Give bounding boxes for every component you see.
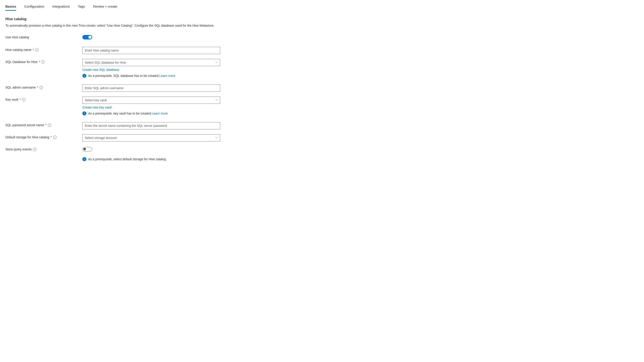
row-sql-database: SQL Database for Hive * i Select SQL dat… (5, 59, 639, 78)
info-icon[interactable]: i (22, 98, 26, 101)
label-sql-admin-username: SQL admin username (5, 86, 36, 89)
tab-tags[interactable]: Tags (78, 5, 85, 11)
link-learn-more-sql[interactable]: Learn more (159, 74, 176, 78)
prereq-storage-text: As a prerequisite, select default storag… (88, 157, 167, 161)
row-default-storage: Default storage for Hive catalog * i Sel… (5, 134, 639, 141)
row-hive-catalog-name: Hive catalog name * i (5, 47, 639, 54)
info-badge-icon: i (82, 111, 86, 115)
tab-integrations[interactable]: Integrations (52, 5, 70, 11)
input-hive-catalog-name[interactable] (82, 47, 220, 54)
link-learn-more-keyvault[interactable]: Learn more (152, 112, 168, 115)
label-key-vault: Key vault (5, 98, 18, 101)
section-title: Hive catalog (5, 17, 639, 21)
label-default-storage: Default storage for Hive catalog (5, 135, 49, 139)
row-key-vault: Key vault * i Select key vault Create ne… (5, 97, 639, 115)
label-sql-database: SQL Database for Hive (5, 60, 37, 64)
label-hive-catalog-name: Hive catalog name (5, 48, 31, 52)
info-icon[interactable]: i (48, 123, 51, 127)
info-icon[interactable]: i (53, 136, 56, 139)
wizard-tabs: Basics Configuration Integrations Tags R… (5, 5, 639, 11)
section-description: To automatically provision a Hive catalo… (5, 23, 220, 28)
required-asterisk: * (45, 123, 46, 127)
tab-configuration[interactable]: Configuration (24, 5, 44, 11)
prereq-sql-database-text: As a prerequisite, SQL database has to b… (88, 74, 159, 78)
prereq-key-vault-text: As a prerequisite, key vault has to be c… (88, 112, 152, 115)
label-store-query-events: Store query events (5, 147, 32, 151)
toggle-store-query-events[interactable] (82, 147, 92, 151)
row-sql-admin-username: SQL admin username * i (5, 85, 639, 92)
info-icon[interactable]: i (35, 48, 38, 52)
required-asterisk: * (33, 48, 34, 52)
select-key-vault[interactable]: Select key vault (82, 97, 220, 104)
info-icon[interactable]: i (42, 60, 45, 64)
info-icon[interactable]: i (40, 86, 43, 89)
toggle-use-hive-catalog[interactable] (82, 35, 92, 40)
info-icon[interactable]: i (33, 148, 36, 151)
row-store-query-events: Store query events i i As a prerequisite… (5, 146, 639, 161)
required-asterisk: * (39, 60, 40, 64)
required-asterisk: * (50, 135, 52, 139)
link-create-key-vault[interactable]: Create new key vault (82, 106, 112, 109)
input-sql-password-secret[interactable] (82, 122, 220, 129)
row-sql-password-secret: SQL password secret name * i (5, 122, 639, 129)
required-asterisk: * (37, 86, 38, 89)
link-create-sql-database[interactable]: Create new SQL database (82, 68, 119, 72)
row-use-hive-catalog: Use Hive catalog (5, 34, 639, 40)
info-badge-icon: i (82, 74, 86, 78)
label-use-hive-catalog: Use Hive catalog (5, 35, 29, 39)
select-default-storage[interactable]: Select storage account (82, 134, 220, 141)
required-asterisk: * (20, 98, 21, 101)
tab-review-create[interactable]: Review + create (93, 5, 117, 11)
input-sql-admin-username[interactable] (82, 85, 220, 92)
tab-basics[interactable]: Basics (5, 5, 16, 11)
label-sql-password-secret: SQL password secret name (5, 123, 44, 127)
info-badge-icon: i (82, 157, 86, 161)
select-sql-database[interactable]: Select SQL database for Hive (82, 59, 220, 66)
